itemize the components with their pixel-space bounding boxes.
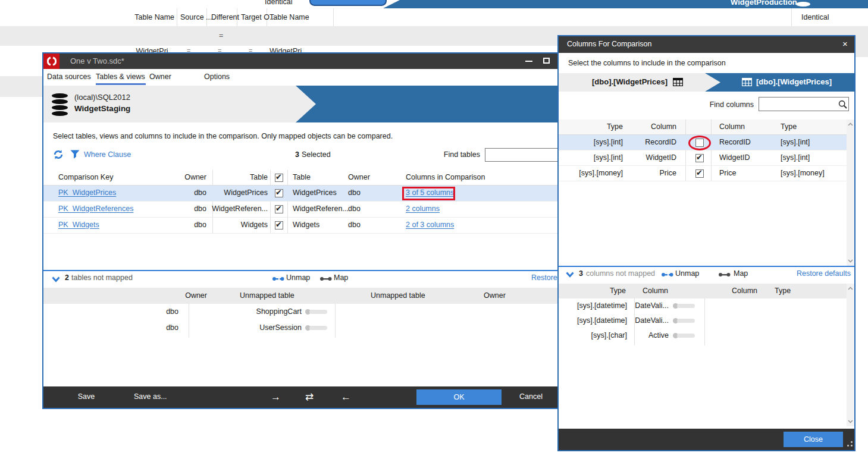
- comparison-key-link[interactable]: PK_WidgetPrices: [58, 188, 116, 197]
- unmap-button[interactable]: Unmap: [286, 273, 310, 282]
- row-checkbox[interactable]: [275, 189, 283, 197]
- column-checkbox[interactable]: [695, 169, 704, 178]
- map-drag-handle[interactable]: [673, 333, 695, 338]
- columns-dialog-footer: Close: [559, 429, 854, 450]
- restore-defaults-link[interactable]: Restore defaults: [773, 269, 851, 278]
- tables-grid-header: Comparison Key Owner Table Table Owner C…: [43, 170, 559, 186]
- map-button[interactable]: Map: [334, 273, 348, 282]
- map-drag-handle[interactable]: [673, 318, 695, 323]
- main-footer: Save Save as... → ⇄ ← OK Cancel: [43, 386, 559, 408]
- scrollbar[interactable]: [847, 120, 854, 266]
- bg-col-identical[interactable]: Identical: [801, 13, 829, 21]
- map-drag-handle[interactable]: [305, 309, 327, 315]
- col-table-source[interactable]: Table: [208, 173, 268, 181]
- columns-in-comparison-link[interactable]: 2 columns: [406, 205, 440, 213]
- table-row[interactable]: PK_Widgets dbo Widgets Widgets dbo 2 of …: [43, 218, 559, 234]
- map-button[interactable]: Map: [734, 269, 748, 278]
- col-column-2[interactable]: Column: [732, 287, 757, 295]
- comparison-key-link[interactable]: PK_Widgets: [58, 221, 99, 229]
- col-owner-2[interactable]: Owner: [484, 291, 506, 300]
- col-type[interactable]: Type: [584, 287, 626, 295]
- column-checkbox[interactable]: [695, 154, 704, 162]
- chevron-down-icon[interactable]: [566, 271, 574, 279]
- source-server: (local)\SQL2012: [74, 93, 130, 102]
- col-type-2[interactable]: Type: [775, 287, 791, 295]
- main-titlebar[interactable]: One v Two.sdc*: [43, 54, 559, 69]
- col-type-source[interactable]: Type: [581, 122, 623, 131]
- unmapped-column-row[interactable]: [sys].[datetime] DateVali...: [559, 298, 847, 313]
- select-all-checkbox[interactable]: [275, 174, 283, 182]
- map-left-arrow-icon[interactable]: ←: [341, 391, 351, 403]
- scroll-down-icon[interactable]: [848, 258, 853, 263]
- save-as-button[interactable]: Save as...: [134, 392, 167, 401]
- unmapped-column-row[interactable]: [sys].[char] Active: [559, 328, 847, 343]
- col-unmapped-table[interactable]: Unmapped table: [240, 291, 294, 300]
- unmap-button[interactable]: Unmap: [675, 269, 699, 278]
- col-owner[interactable]: Owner: [165, 291, 207, 300]
- chevron-down-icon[interactable]: [52, 276, 60, 284]
- map-right-arrow-icon[interactable]: →: [271, 391, 281, 403]
- scrollbar[interactable]: [847, 284, 854, 426]
- cancel-button[interactable]: Cancel: [519, 392, 543, 401]
- resize-grip[interactable]: [847, 441, 853, 447]
- find-tables-input[interactable]: [485, 148, 560, 162]
- swap-arrows-icon[interactable]: ⇄: [305, 391, 314, 403]
- close-icon[interactable]: ×: [842, 39, 848, 49]
- scroll-up-icon[interactable]: [848, 122, 853, 127]
- bg-col-table-name-1[interactable]: Table Name: [125, 13, 174, 21]
- col-type-target[interactable]: Type: [781, 122, 797, 131]
- unmapped-label: tables not mapped: [71, 273, 133, 282]
- unmapped-column-row[interactable]: [sys].[datetime] DateVali...: [559, 313, 847, 328]
- col-column[interactable]: Column: [643, 287, 668, 295]
- bg-col-different[interactable]: Different: [211, 13, 239, 21]
- unmapped-grid-header: Owner Unmapped table Unmapped table Owne…: [43, 288, 559, 304]
- bg-row-sliver-left: [0, 76, 42, 97]
- unmapped-row[interactable]: dbo UserSession: [43, 320, 559, 336]
- tab-owner-mapping[interactable]: Owner mapping: [149, 69, 200, 86]
- find-columns-input[interactable]: [759, 97, 849, 111]
- bg-banner-button[interactable]: [309, 0, 387, 6]
- col-table-target[interactable]: Table: [293, 173, 311, 181]
- columns-dialog-titlebar[interactable]: Columns For Comparison ×: [559, 36, 854, 53]
- scroll-up-icon[interactable]: [848, 286, 853, 291]
- bg-col-source[interactable]: Source ...: [180, 13, 212, 21]
- columns-dialog: Columns For Comparison × Select the colu…: [557, 35, 856, 451]
- col-owner-target[interactable]: Owner: [348, 173, 370, 181]
- comparison-key-link[interactable]: PK_WidgetReferences: [58, 205, 133, 213]
- row-checkbox[interactable]: [275, 205, 283, 213]
- col-unmapped-table-2[interactable]: Unmapped table: [371, 291, 425, 300]
- column-row[interactable]: [sys].[int] WidgetID WidgetID [sys].[int…: [559, 150, 847, 166]
- search-icon[interactable]: [838, 100, 847, 111]
- map-drag-handle[interactable]: [673, 303, 695, 309]
- table-row[interactable]: PK_WidgetPrices dbo WidgetPrices WidgetP…: [43, 186, 559, 202]
- unmap-icon: [272, 275, 284, 284]
- column-row[interactable]: [sys].[money] Price Price [sys].[money]: [559, 166, 847, 181]
- col-comparison-key[interactable]: Comparison Key: [58, 173, 113, 181]
- maximize-button[interactable]: [543, 58, 550, 64]
- refresh-icon[interactable]: [53, 149, 64, 162]
- col-owner-source[interactable]: Owner: [165, 173, 206, 181]
- filter-icon[interactable]: [70, 150, 80, 161]
- row-checkbox[interactable]: [275, 221, 283, 230]
- ok-button[interactable]: OK: [416, 389, 502, 405]
- restore-defaults-link[interactable]: Restore de...: [531, 273, 560, 282]
- tab-options[interactable]: Options: [204, 69, 233, 86]
- map-drag-handle[interactable]: [305, 325, 327, 331]
- col-column-source[interactable]: Column: [635, 122, 676, 131]
- datasource-band: (local)\SQL2012 WidgetStaging (local)\SQ…: [43, 86, 559, 122]
- columns-in-comparison-link[interactable]: 2 of 3 columns: [406, 221, 454, 229]
- col-columns-in-comparison[interactable]: Columns in Comparison: [406, 173, 485, 181]
- bg-col-table-name-2[interactable]: Table Name: [270, 13, 309, 21]
- tab-tables-views[interactable]: Tables & views: [96, 69, 146, 86]
- save-button[interactable]: Save: [72, 392, 101, 401]
- minimize-button[interactable]: [525, 61, 532, 62]
- close-button[interactable]: Close: [784, 432, 843, 447]
- target-table-banner: [dbo].[WidgetPrices]: [705, 73, 854, 92]
- bg-target-banner: WidgetProduction: [383, 0, 868, 8]
- table-row[interactable]: PK_WidgetReferences dbo WidgetReferen...…: [43, 202, 559, 218]
- scroll-down-icon[interactable]: [848, 419, 853, 424]
- unmapped-row[interactable]: dbo ShoppingCart: [43, 304, 559, 320]
- tab-data-sources[interactable]: Data sources: [47, 69, 92, 86]
- col-column-target[interactable]: Column: [719, 122, 745, 131]
- where-clause-link[interactable]: Where Clause: [84, 150, 131, 159]
